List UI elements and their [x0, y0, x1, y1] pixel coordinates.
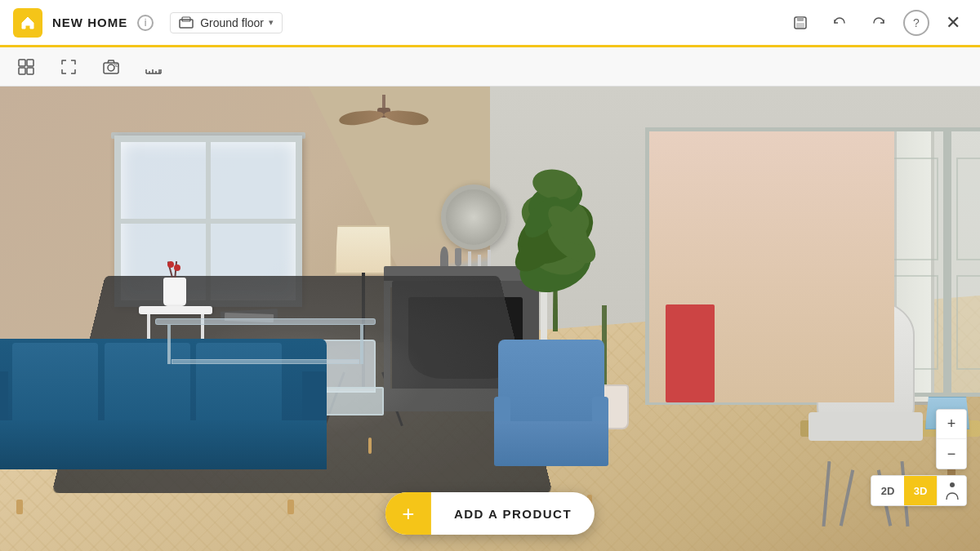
undo-button[interactable]	[825, 8, 854, 38]
coffee-table-leg-right	[360, 325, 363, 364]
help-button[interactable]: ?	[903, 10, 929, 36]
toolbar: 3D	[0, 47, 980, 87]
zoom-out-button[interactable]: −	[937, 439, 966, 469]
redo-button[interactable]	[864, 8, 893, 38]
blue-armchair-back	[498, 340, 604, 429]
close-button[interactable]: ✕	[939, 9, 967, 37]
viewport-3d[interactable]: + − 2D 3D + ADD A PRODUCT	[0, 87, 980, 551]
sofa-seat	[0, 420, 327, 469]
mantel-candle-2	[478, 255, 481, 266]
svg-rect-7	[19, 68, 25, 74]
side-table-top	[139, 306, 212, 314]
logo-icon	[13, 8, 42, 38]
sofa-leg-left	[16, 500, 23, 514]
fan-blade-left	[338, 108, 385, 127]
view-mode-3d-button[interactable]: 3D	[904, 476, 937, 505]
mantel-vase	[455, 248, 461, 266]
view-mode-controls: 2D 3D	[871, 475, 967, 506]
blue-armchair	[494, 340, 608, 495]
add-product-plus-button[interactable]: +	[385, 492, 431, 535]
blue-armchair-seat	[494, 421, 608, 466]
flower-head-1	[167, 261, 174, 268]
svg-rect-6	[27, 60, 33, 66]
fan-blade-right	[383, 108, 430, 127]
armchair-leg-fr	[368, 438, 372, 454]
white-chair-leg-bl	[840, 469, 854, 526]
ceiling-fan	[335, 95, 433, 144]
svg-point-30	[950, 482, 955, 487]
person-view-button[interactable]	[937, 476, 966, 505]
flower-vase	[163, 261, 186, 306]
coffee-table-top	[155, 318, 376, 325]
plant-leaves	[506, 168, 604, 331]
grid-tool-button[interactable]	[11, 52, 41, 82]
wall-mirror	[441, 184, 506, 250]
svg-rect-3	[797, 17, 804, 21]
view-mode-2d-button[interactable]: 2D	[871, 476, 904, 505]
add-product-label[interactable]: ADD A PRODUCT	[431, 507, 595, 521]
svg-text:3D: 3D	[114, 63, 119, 68]
sofa-leg-right	[287, 500, 294, 514]
measure-button[interactable]	[139, 52, 168, 82]
chevron-down-icon: ▾	[269, 17, 274, 28]
mantel-candle-1	[468, 251, 471, 266]
app-title: NEW HOME	[52, 16, 127, 29]
mantel-statue	[440, 247, 448, 266]
vase-body	[163, 278, 186, 306]
door-interior	[649, 131, 894, 402]
white-chair-leg-fl	[822, 461, 831, 527]
top-bar: NEW HOME i Ground floor ▾ ? ✕	[0, 0, 980, 47]
svg-rect-8	[27, 68, 33, 74]
mantel-candle-3	[488, 250, 491, 266]
coffee-table	[155, 318, 376, 424]
floor-selector[interactable]: Ground floor ▾	[170, 12, 283, 33]
camera-3d-button[interactable]: 3D	[96, 52, 126, 82]
svg-rect-4	[796, 23, 804, 28]
white-chair-seat	[808, 412, 923, 441]
fullscreen-button[interactable]	[54, 52, 83, 82]
zoom-in-button[interactable]: +	[937, 410, 966, 439]
flower-head-2	[174, 264, 180, 271]
room-scene: + − 2D 3D + ADD A PRODUCT	[0, 87, 980, 551]
coffee-table-shelf	[172, 359, 359, 364]
floor-label: Ground floor	[200, 16, 264, 29]
add-product-bar: + ADD A PRODUCT	[385, 492, 595, 535]
save-button[interactable]	[786, 8, 815, 38]
svg-rect-5	[19, 60, 25, 66]
floor-plan-icon	[179, 16, 194, 29]
zoom-controls: + −	[936, 409, 967, 469]
coffee-table-leg-left	[167, 325, 171, 364]
info-icon[interactable]: i	[137, 15, 154, 31]
sofa-cushion-1	[12, 343, 98, 424]
